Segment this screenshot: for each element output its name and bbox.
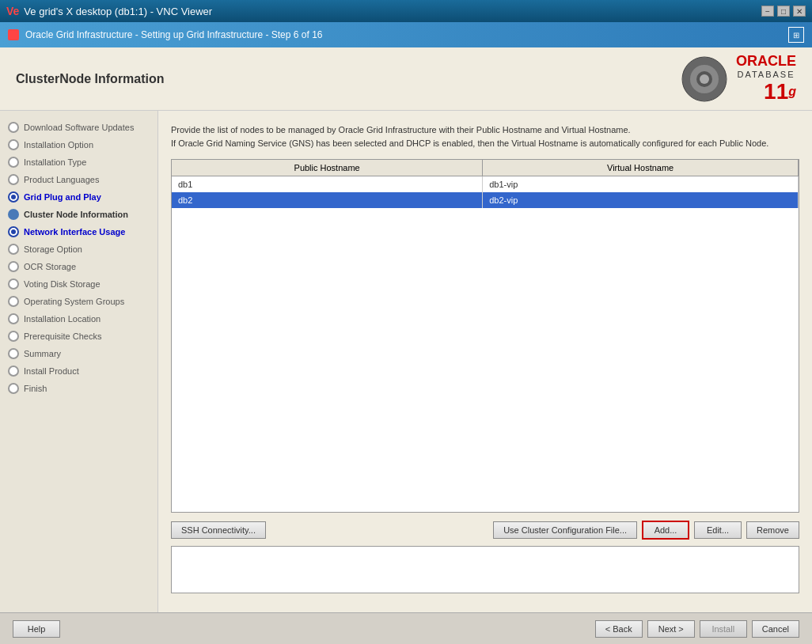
sidebar-item-grid-plug[interactable]: Grid Plug and Play bbox=[0, 188, 157, 206]
sidebar-label-finish: Finish bbox=[24, 384, 47, 393]
node-table: Public Hostname Virtual Hostname db1 db1… bbox=[172, 160, 799, 208]
sidebar-item-finish[interactable]: Finish bbox=[0, 380, 157, 397]
sidebar-dot-install-type bbox=[8, 157, 19, 168]
action-button-row: SSH Connectivity... Use Cluster Configur… bbox=[171, 521, 799, 540]
svg-rect-5 bbox=[702, 93, 707, 101]
edit-button[interactable]: Edit... bbox=[694, 521, 742, 539]
sidebar-label-ocr: OCR Storage bbox=[24, 262, 76, 271]
bottom-right: < Back Next > Install Cancel bbox=[595, 620, 799, 638]
sidebar-dot-product-lang bbox=[8, 174, 19, 185]
table-row[interactable]: db1 db1-vip bbox=[172, 176, 799, 193]
sidebar-dot-summary bbox=[8, 348, 19, 359]
next-button[interactable]: Next > bbox=[647, 620, 695, 638]
sidebar-item-cluster-node[interactable]: Cluster Node Information bbox=[0, 206, 157, 223]
title-bar-left: Ve Ve grid's X desktop (db1:1) - VNC Vie… bbox=[6, 5, 212, 17]
row1-public: db1 bbox=[172, 176, 483, 193]
oracle-version: 11 bbox=[764, 79, 788, 104]
sidebar-item-ocr-storage[interactable]: OCR Storage bbox=[0, 258, 157, 275]
restore-icon[interactable]: ⊞ bbox=[788, 27, 804, 43]
install-button[interactable]: Install bbox=[700, 620, 747, 638]
oracle-g: g bbox=[788, 85, 796, 99]
sidebar-dot-ocr bbox=[8, 261, 19, 272]
sidebar-label-install-type: Installation Type bbox=[24, 157, 86, 167]
add-button[interactable]: Add... bbox=[642, 521, 689, 540]
sidebar-label-prereq: Prerequisite Checks bbox=[24, 331, 101, 341]
close-button[interactable]: ✕ bbox=[793, 6, 806, 17]
sidebar-dot-grid-plug bbox=[8, 191, 19, 203]
maximize-button[interactable]: □ bbox=[777, 6, 790, 17]
use-cluster-config-button[interactable]: Use Cluster Configuration File... bbox=[493, 521, 637, 539]
sidebar-dot-os-groups bbox=[8, 296, 19, 307]
sidebar-item-install-product[interactable]: Install Product bbox=[0, 362, 157, 380]
page-title-text: ClusterNode Information bbox=[16, 72, 165, 85]
window-title: Ve grid's X desktop (db1:1) - VNC Viewer bbox=[24, 6, 212, 17]
col-public-hostname: Public Hostname bbox=[172, 160, 483, 176]
oracle-logo-text: ORACLE DATABASE 11 g bbox=[736, 53, 796, 104]
sidebar-dot-install-opt bbox=[8, 139, 19, 150]
oracle-sub: DATABASE bbox=[736, 70, 796, 79]
sidebar-dot-prereq bbox=[8, 331, 19, 342]
sidebar-item-summary[interactable]: Summary bbox=[0, 345, 157, 362]
info-box bbox=[171, 546, 799, 593]
help-button[interactable]: Help bbox=[13, 620, 60, 638]
sidebar-label-os-groups: Operating System Groups bbox=[24, 297, 124, 306]
back-button[interactable]: < Back bbox=[595, 620, 643, 638]
main-content: Download Software Updates Installation O… bbox=[0, 111, 812, 612]
sidebar-label-install-prod: Install Product bbox=[24, 366, 79, 376]
installer-header-title: Oracle Grid Infrastructure - Setting up … bbox=[25, 29, 323, 40]
vnc-logo: Ve bbox=[6, 5, 19, 17]
svg-rect-7 bbox=[719, 77, 727, 81]
sidebar-label-download: Download Software Updates bbox=[24, 123, 134, 132]
sidebar-item-network-interface[interactable]: Network Interface Usage bbox=[0, 223, 157, 241]
sidebar-dot-install-prod bbox=[8, 366, 19, 377]
table-row[interactable]: db2 db2-vip bbox=[172, 192, 799, 208]
sidebar-label-product-lang: Product Languages bbox=[24, 175, 99, 184]
sidebar-dot-cluster bbox=[8, 209, 19, 220]
sidebar-item-download[interactable]: Download Software Updates bbox=[0, 119, 157, 136]
sidebar-item-install-location[interactable]: Installation Location bbox=[0, 310, 157, 328]
svg-rect-4 bbox=[702, 57, 707, 65]
installer-header: Oracle Grid Infrastructure - Setting up … bbox=[0, 22, 812, 47]
title-bar: Ve Ve grid's X desktop (db1:1) - VNC Vie… bbox=[0, 0, 812, 22]
sidebar-item-os-groups[interactable]: Operating System Groups bbox=[0, 293, 157, 310]
ssh-connectivity-button[interactable]: SSH Connectivity... bbox=[171, 521, 266, 539]
sidebar-item-voting-disk[interactable]: Voting Disk Storage bbox=[0, 275, 157, 293]
sidebar-dot-download bbox=[8, 122, 19, 133]
sidebar-label-storage-opt: Storage Option bbox=[24, 244, 82, 254]
row2-public: db2 bbox=[172, 192, 483, 208]
node-table-container: Public Hostname Virtual Hostname db1 db1… bbox=[171, 159, 799, 513]
sidebar-item-storage-option[interactable]: Storage Option bbox=[0, 241, 157, 258]
sidebar-label-network: Network Interface Usage bbox=[24, 227, 125, 237]
page-title: ClusterNode Information bbox=[16, 72, 165, 86]
sidebar-dot-storage-opt bbox=[8, 244, 19, 255]
col-virtual-hostname: Virtual Hostname bbox=[483, 160, 799, 176]
bottom-nav: Help < Back Next > Install Cancel bbox=[0, 612, 812, 644]
sidebar-item-installation-option[interactable]: Installation Option bbox=[0, 136, 157, 153]
oracle-label: ORACLE bbox=[736, 53, 796, 70]
minimize-button[interactable]: − bbox=[761, 6, 774, 17]
cancel-button[interactable]: Cancel bbox=[752, 620, 799, 638]
oracle-gear-icon bbox=[681, 55, 728, 103]
row2-virtual: db2-vip bbox=[483, 192, 799, 208]
installer-window: ClusterNode Information OR bbox=[0, 47, 812, 644]
sidebar-dot-network bbox=[8, 226, 19, 237]
bottom-left: Help bbox=[13, 620, 60, 638]
sidebar: Download Software Updates Installation O… bbox=[0, 111, 158, 612]
sidebar-item-prereq-checks[interactable]: Prerequisite Checks bbox=[0, 328, 157, 345]
sidebar-dot-install-loc bbox=[8, 313, 19, 324]
header-dot bbox=[8, 29, 19, 40]
sidebar-item-product-languages[interactable]: Product Languages bbox=[0, 171, 157, 188]
row1-virtual: db1-vip bbox=[483, 176, 799, 193]
title-bar-controls[interactable]: − □ ✕ bbox=[761, 6, 806, 17]
svg-rect-6 bbox=[682, 77, 690, 81]
sidebar-label-install-opt: Installation Option bbox=[24, 140, 93, 150]
sidebar-dot-voting bbox=[8, 278, 19, 290]
branding-area: ClusterNode Information OR bbox=[0, 47, 812, 111]
sidebar-label-install-loc: Installation Location bbox=[24, 314, 101, 324]
description-text: Provide the list of nodes to be managed … bbox=[171, 123, 799, 150]
sidebar-label-summary: Summary bbox=[24, 349, 61, 358]
sidebar-item-installation-type[interactable]: Installation Type bbox=[0, 153, 157, 171]
remove-button[interactable]: Remove bbox=[746, 521, 799, 539]
oracle-brand: ORACLE bbox=[736, 53, 796, 70]
sidebar-label-grid-plug: Grid Plug and Play bbox=[24, 192, 101, 202]
